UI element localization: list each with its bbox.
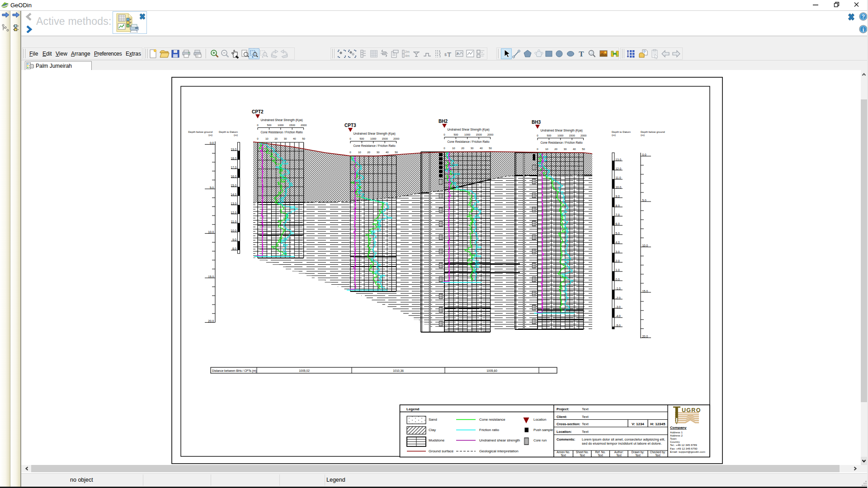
svg-text:1500: 1500 xyxy=(569,134,576,137)
svg-text:CPT2: CPT2 xyxy=(252,109,264,114)
svg-text:11.0: 11.0 xyxy=(616,176,622,179)
svg-text:Email: support@geodin.com: Email: support@geodin.com xyxy=(670,450,705,453)
svg-text:Depth below ground: Depth below ground xyxy=(188,131,212,133)
svg-text:50: 50 xyxy=(489,147,492,150)
svg-text:15.0: 15.0 xyxy=(208,275,214,278)
svg-text:1010,36: 1010,36 xyxy=(393,369,404,372)
svg-text:Cone Resistance / Friction Rat: Cone Resistance / Friction Ratio xyxy=(353,144,396,147)
svg-text:Undrained Shear Strength (Kpa): Undrained Shear Strength (Kpa) xyxy=(353,132,395,136)
svg-text:Undrained shear strength: Undrained shear strength xyxy=(479,438,520,442)
svg-text:40: 40 xyxy=(293,137,296,140)
svg-text:Text: Text xyxy=(655,454,660,457)
svg-text:Depth to Datum: Depth to Datum xyxy=(219,131,238,133)
svg-text:20: 20 xyxy=(461,147,464,150)
svg-text:Text: Text xyxy=(582,407,589,411)
svg-text:16.0: 16.0 xyxy=(231,175,236,178)
svg-text:5.0: 5.0 xyxy=(616,232,620,235)
svg-text:11.0: 11.0 xyxy=(231,220,237,223)
svg-text:Location: Location xyxy=(533,418,546,422)
svg-text:Cone Resistance / Friction Rat: Cone Resistance / Friction Ratio xyxy=(260,131,303,134)
svg-text:Mudstone: Mudstone xyxy=(429,438,445,442)
svg-text:13.0: 13.0 xyxy=(231,202,236,205)
svg-text:2000: 2000 xyxy=(580,134,587,137)
svg-text:10.0: 10.0 xyxy=(642,244,648,247)
svg-text:18.0: 18.0 xyxy=(231,157,236,160)
svg-text:10: 10 xyxy=(358,151,361,154)
svg-text:0.0: 0.0 xyxy=(616,278,620,281)
svg-text:-5.0: -5.0 xyxy=(616,324,621,327)
svg-text:5.0: 5.0 xyxy=(210,186,214,189)
svg-text:BH3: BH3 xyxy=(532,120,541,125)
svg-text:8.0: 8.0 xyxy=(232,247,236,250)
svg-text:Location:: Location: xyxy=(557,430,572,434)
svg-text:Text: Text xyxy=(616,454,622,457)
svg-text:17.0: 17.0 xyxy=(231,166,236,169)
svg-text:Depth to Datum: Depth to Datum xyxy=(612,131,631,133)
svg-text:20.0: 20.0 xyxy=(642,335,648,338)
svg-text:2000: 2000 xyxy=(301,124,307,127)
svg-text:(m): (m) xyxy=(234,134,238,136)
svg-text:14.0: 14.0 xyxy=(231,193,236,196)
svg-text:Fax: +49 12 345 6790: Fax: +49 12 345 6790 xyxy=(670,447,698,450)
svg-text:Friction ratio: Friction ratio xyxy=(479,428,500,432)
svg-text:12.0: 12.0 xyxy=(231,211,236,214)
svg-text:CPT3: CPT3 xyxy=(344,123,356,128)
svg-text:1500: 1500 xyxy=(289,124,296,127)
svg-text:Distance between BHs / CPTs (m: Distance between BHs / CPTs (m) xyxy=(212,369,256,373)
svg-text:10.0: 10.0 xyxy=(616,186,622,189)
svg-text:Cone Resistance / Friction Rat: Cone Resistance / Friction Ratio xyxy=(447,140,490,143)
svg-text:50: 50 xyxy=(395,151,398,154)
svg-text:20.0: 20.0 xyxy=(208,319,214,323)
svg-text:1000: 1000 xyxy=(557,134,564,137)
svg-text:$: $ xyxy=(457,52,459,56)
svg-text:20: 20 xyxy=(367,151,370,154)
svg-text:19.0: 19.0 xyxy=(231,148,236,151)
svg-text:6.0: 6.0 xyxy=(616,222,620,225)
svg-text:Text: Text xyxy=(635,454,641,457)
svg-text:Clay: Clay xyxy=(429,428,436,432)
svg-text:Cross-section:: Cross-section: xyxy=(557,422,580,426)
svg-text:Project:: Project: xyxy=(557,407,569,411)
svg-text:-4.0: -4.0 xyxy=(616,314,621,318)
svg-text:T: T xyxy=(447,51,451,58)
svg-text:13.0: 13.0 xyxy=(616,158,622,161)
svg-text:UGRO: UGRO xyxy=(682,407,701,413)
svg-text:Text: Text xyxy=(582,430,589,434)
svg-text:12.0: 12.0 xyxy=(616,167,622,170)
svg-text:Core run: Core run xyxy=(533,438,547,442)
svg-text:2m: 2m xyxy=(405,50,410,53)
svg-text:sed do eiusmod tempor incididu: sed do eiusmod tempor incididunt ut labo… xyxy=(582,441,662,446)
svg-text:1.0: 1.0 xyxy=(616,268,620,272)
svg-text:50: 50 xyxy=(302,137,305,140)
svg-text:BH2: BH2 xyxy=(439,119,448,124)
svg-text:1005,60: 1005,60 xyxy=(486,369,497,372)
svg-text:Cone Resistance / Friction Rat: Cone Resistance / Friction Ratio xyxy=(540,141,583,144)
svg-text:500: 500 xyxy=(453,133,458,136)
svg-text:15.0: 15.0 xyxy=(231,184,236,187)
svg-text:Company: Company xyxy=(670,426,687,430)
svg-text:Lorem ipsum dolor sit amet, co: Lorem ipsum dolor sit amet, consectetur … xyxy=(582,437,665,441)
svg-text:Tel.: +49 12 345 6789: Tel.: +49 12 345 6789 xyxy=(670,443,697,446)
svg-text:500: 500 xyxy=(267,124,272,127)
svg-text:1005,02: 1005,02 xyxy=(299,369,310,372)
svg-text:20: 20 xyxy=(554,148,557,150)
svg-text:Geological interpretation: Geological interpretation xyxy=(479,449,519,453)
svg-text:Depth below ground: Depth below ground xyxy=(641,131,665,133)
svg-text:1000: 1000 xyxy=(464,133,471,136)
svg-text:(m): (m) xyxy=(612,134,616,136)
svg-text:0.0: 0.0 xyxy=(210,141,214,145)
svg-text:30: 30 xyxy=(471,147,474,150)
svg-text:-2.0: -2.0 xyxy=(616,296,621,300)
svg-text:1500: 1500 xyxy=(382,137,388,140)
svg-text:-1.0: -1.0 xyxy=(616,287,621,290)
svg-text:Address 1: Address 1 xyxy=(670,431,683,434)
svg-text:10.0: 10.0 xyxy=(208,230,214,234)
svg-text:$: $ xyxy=(444,52,447,57)
svg-text:Sand: Sand xyxy=(429,418,437,422)
svg-text:30: 30 xyxy=(377,151,380,154)
svg-text:Undrained Shear Strength (Kpa): Undrained Shear Strength (Kpa) xyxy=(260,118,302,122)
svg-text:15.0: 15.0 xyxy=(642,290,648,293)
svg-text:30: 30 xyxy=(284,137,287,140)
svg-text:H: 12345: H: 12345 xyxy=(651,422,665,426)
svg-text:Legend: Legend xyxy=(406,407,420,411)
